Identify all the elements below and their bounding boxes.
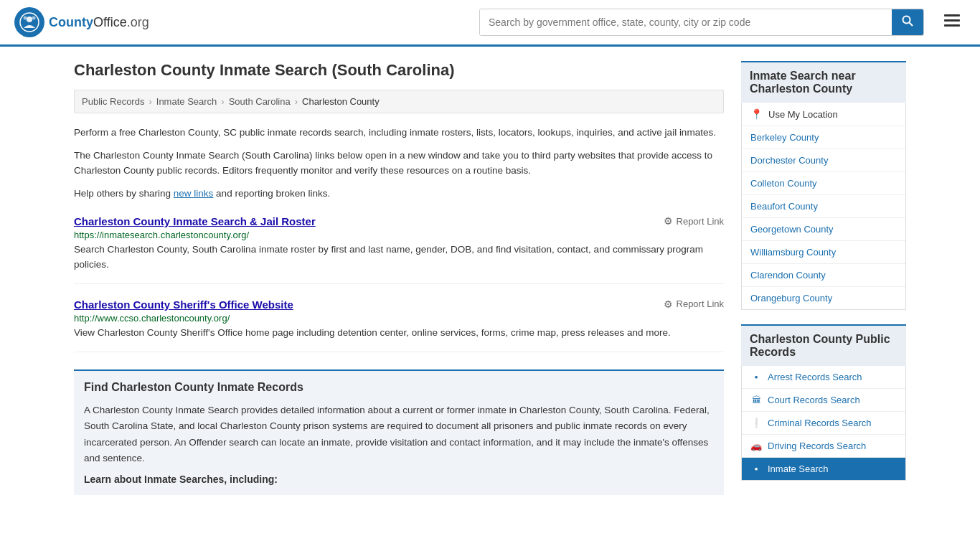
criminal-icon: ❕: [750, 418, 762, 428]
sidebar-item-driving-records[interactable]: 🚗 Driving Records Search: [742, 435, 905, 458]
new-links[interactable]: new links: [174, 188, 214, 199]
breadcrumb-inmate-search[interactable]: Inmate Search: [156, 96, 217, 107]
description-para2: The Charleston County Inmate Search (Sou…: [74, 148, 724, 179]
sidebar-item-williamsburg[interactable]: Williamsburg County: [742, 241, 905, 264]
search-button[interactable]: [892, 9, 923, 35]
svg-rect-7: [944, 19, 960, 22]
sidebar-item-berkeley[interactable]: Berkeley County: [742, 126, 905, 149]
report-link-1[interactable]: ⚙ Report Link: [664, 215, 724, 227]
svg-point-2: [24, 17, 27, 20]
menu-button[interactable]: [938, 10, 966, 34]
find-section: Find Charleston County Inmate Records A …: [74, 369, 724, 495]
sidebar-item-orangeburg[interactable]: Orangeburg County: [742, 287, 905, 309]
report-icon-2: ⚙: [664, 298, 673, 310]
result-desc-1: Search Charleston County, South Carolina…: [74, 242, 724, 272]
breadcrumb-current: Charleston County: [302, 96, 380, 107]
find-section-learn: Learn about Inmate Searches, including:: [84, 474, 714, 485]
breadcrumb: Public Records › Inmate Search › South C…: [74, 90, 724, 113]
sidebar-item-court-records[interactable]: 🏛 Court Records Search: [742, 389, 905, 412]
logo[interactable]: CountyOffice.org: [14, 7, 149, 37]
sidebar-nearby-section: Inmate Search near Charleston County 📍 U…: [741, 61, 906, 310]
sidebar-item-inmate-search[interactable]: ▪ Inmate Search: [742, 458, 905, 480]
description-para1: Perform a free Charleston County, SC pub…: [74, 125, 724, 141]
breadcrumb-south-carolina[interactable]: South Carolina: [229, 96, 291, 107]
sidebar-item-beaufort[interactable]: Beaufort County: [742, 195, 905, 218]
svg-rect-8: [944, 24, 960, 27]
svg-point-3: [32, 17, 36, 20]
content-area: Charleston County Inmate Search (South C…: [74, 61, 724, 495]
logo-county: County: [49, 15, 93, 29]
sidebar-item-clarendon[interactable]: Clarendon County: [742, 264, 905, 287]
sidebar-public-records-section: Charleston County Public Records ▪ Arres…: [741, 324, 906, 481]
sidebar-item-criminal-records[interactable]: ❕ Criminal Records Search: [742, 412, 905, 435]
search-input[interactable]: [480, 9, 892, 35]
sidebar-item-georgetown[interactable]: Georgetown County: [742, 218, 905, 241]
main-container: Charleston County Inmate Search (South C…: [60, 47, 920, 495]
sidebar-public-records-list: ▪ Arrest Records Search 🏛 Court Records …: [741, 366, 906, 481]
arrest-icon: ▪: [750, 372, 762, 382]
search-bar: [479, 9, 924, 36]
inmate-icon: ▪: [750, 463, 762, 474]
find-section-para1: A Charleston County Inmate Search provid…: [84, 402, 714, 466]
result-url-1[interactable]: https://inmatesearch.charlestoncounty.or…: [74, 230, 724, 240]
court-icon: 🏛: [750, 395, 762, 405]
driving-icon: 🚗: [750, 441, 762, 451]
sidebar: Inmate Search near Charleston County 📍 U…: [741, 61, 906, 495]
header: CountyOffice.org: [0, 0, 980, 47]
page-title: Charleston County Inmate Search (South C…: [74, 61, 724, 80]
sidebar-item-arrest-records[interactable]: ▪ Arrest Records Search: [742, 366, 905, 389]
svg-point-1: [27, 17, 32, 22]
find-section-title: Find Charleston County Inmate Records: [84, 381, 714, 394]
result-desc-2: View Charleston County Sheriff's Office …: [74, 326, 724, 340]
description-para3: Help others by sharing new links and rep…: [74, 186, 724, 202]
sidebar-item-dorchester[interactable]: Dorchester County: [742, 149, 905, 172]
sidebar-item-colleton[interactable]: Colleton County: [742, 172, 905, 195]
location-icon: 📍: [750, 108, 763, 120]
logo-office: Office: [93, 15, 127, 29]
sidebar-item-use-location[interactable]: 📍 Use My Location: [742, 103, 905, 126]
report-link-2[interactable]: ⚙ Report Link: [664, 298, 724, 310]
result-title-1[interactable]: Charleston County Inmate Search & Jail R…: [74, 215, 316, 227]
breadcrumb-public-records[interactable]: Public Records: [82, 96, 144, 107]
logo-icon: [14, 7, 44, 37]
result-url-2[interactable]: http://www.ccso.charlestoncounty.org/: [74, 313, 724, 324]
sidebar-nearby-list: 📍 Use My Location Berkeley County Dorche…: [741, 103, 906, 310]
logo-tld: .org: [127, 15, 149, 29]
result-title-2[interactable]: Charleston County Sheriff's Office Websi…: [74, 298, 293, 311]
svg-point-4: [903, 17, 910, 24]
svg-line-5: [910, 23, 913, 27]
result-item-1: Charleston County Inmate Search & Jail R…: [74, 215, 724, 284]
sidebar-public-records-title: Charleston County Public Records: [741, 324, 906, 366]
svg-rect-6: [944, 14, 960, 17]
report-icon-1: ⚙: [664, 215, 673, 227]
result-item-2: Charleston County Sheriff's Office Websi…: [74, 298, 724, 352]
sidebar-nearby-title: Inmate Search near Charleston County: [741, 61, 906, 103]
